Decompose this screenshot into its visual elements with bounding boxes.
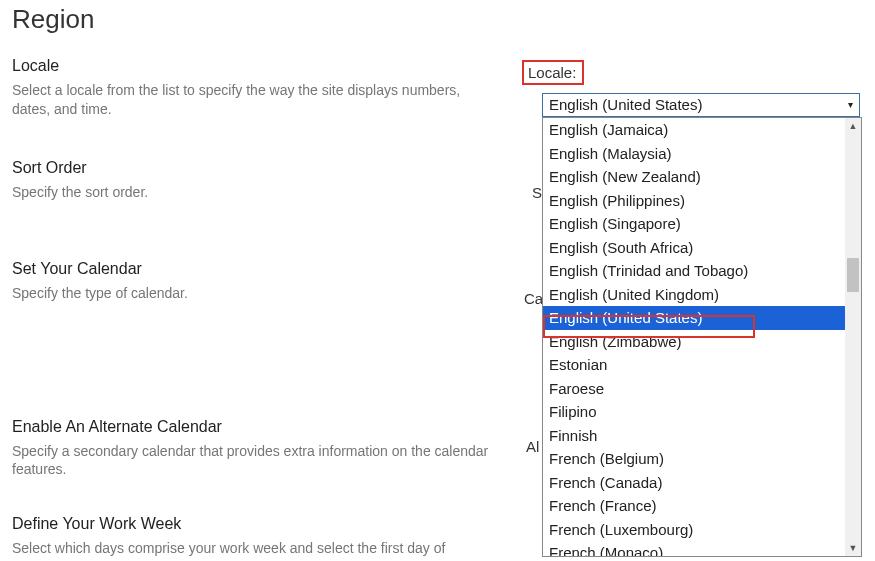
scroll-down-arrow-icon[interactable]: ▼ [845,540,861,556]
section-locale-title: Locale [12,57,492,75]
locale-option[interactable]: English (Malaysia) [543,142,847,166]
locale-option[interactable]: Filipino [543,400,847,424]
locale-option[interactable]: Estonian [543,353,847,377]
section-alt-calendar-desc: Specify a secondary calendar that provid… [12,442,492,480]
section-alt-calendar: Enable An Alternate Calendar Specify a s… [12,418,492,480]
locale-option[interactable]: French (Belgium) [543,447,847,471]
section-calendar-title: Set Your Calendar [12,260,492,278]
scroll-up-arrow-icon[interactable]: ▲ [845,118,861,134]
section-locale-desc: Select a locale from the list to specify… [12,81,492,119]
locale-label-highlight: Locale: [522,60,584,85]
locale-dropdown[interactable]: English (Jamaica)English (Malaysia)Engli… [542,117,862,557]
locale-option[interactable]: French (Luxembourg) [543,518,847,542]
settings-controls-column: Locale: English (United States) ▾ Englis… [522,60,862,117]
section-work-week-title: Define Your Work Week [12,515,492,533]
locale-option[interactable]: English (Philippines) [543,189,847,213]
locale-option[interactable]: English (Trinidad and Tobago) [543,259,847,283]
locale-option[interactable]: English (Zimbabwe) [543,330,847,354]
chevron-down-icon: ▾ [848,95,853,115]
locale-select-value: English (United States) [549,96,702,113]
section-sort-order-desc: Specify the sort order. [12,183,492,202]
locale-option[interactable]: English (United Kingdom) [543,283,847,307]
locale-option[interactable]: English (United States) [543,306,847,330]
locale-field-label: Locale: [524,62,582,83]
section-locale: Locale Select a locale from the list to … [12,57,492,119]
section-sort-order-title: Sort Order [12,159,492,177]
locale-select-wrap: English (United States) ▾ English (Jamai… [542,93,862,117]
scroll-thumb[interactable] [847,258,859,292]
alt-calendar-field-label-bg: Al [526,438,539,455]
locale-option[interactable]: French (France) [543,494,847,518]
locale-option[interactable]: French (Monaco) [543,541,847,556]
page-title: Region [0,0,875,35]
locale-dropdown-list: English (Jamaica)English (Malaysia)Engli… [543,118,847,556]
section-work-week-desc: Select which days comprise your work wee… [12,539,492,558]
locale-option[interactable]: English (Jamaica) [543,118,847,142]
locale-option[interactable]: English (New Zealand) [543,165,847,189]
dropdown-scrollbar[interactable]: ▲ ▼ [845,118,861,556]
locale-option[interactable]: French (Canada) [543,471,847,495]
locale-select[interactable]: English (United States) ▾ [542,93,860,117]
section-alt-calendar-title: Enable An Alternate Calendar [12,418,492,436]
section-work-week: Define Your Work Week Select which days … [12,515,492,558]
locale-option[interactable]: Faroese [543,377,847,401]
locale-option[interactable]: English (Singapore) [543,212,847,236]
locale-option[interactable]: English (South Africa) [543,236,847,260]
locale-option[interactable]: Finnish [543,424,847,448]
section-calendar-desc: Specify the type of calendar. [12,284,492,303]
settings-descriptions-column: Locale Select a locale from the list to … [12,35,512,558]
section-sort-order: Sort Order Specify the sort order. [12,159,492,202]
calendar-field-label-bg: Ca [524,290,543,307]
section-calendar: Set Your Calendar Specify the type of ca… [12,260,492,303]
